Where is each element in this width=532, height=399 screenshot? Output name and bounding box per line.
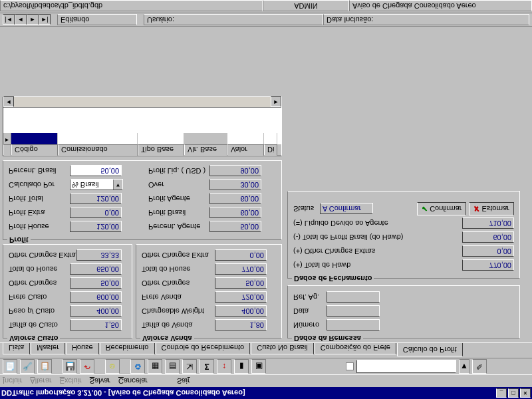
save-icon[interactable]: 💾 bbox=[63, 359, 77, 374]
tab-custo-brasil[interactable]: Custo No Brasil bbox=[251, 342, 313, 354]
toolbar-checkbox[interactable] bbox=[346, 362, 354, 370]
lbl-other-extras: (+) Other Charges Extras bbox=[293, 247, 400, 255]
col-di[interactable]: Di bbox=[264, 144, 277, 156]
close-button[interactable]: × bbox=[520, 388, 531, 398]
scroll-right-icon[interactable]: ► bbox=[271, 96, 281, 107]
menubar: IIncluirncluir Alterar Excluir Salvar Ca… bbox=[0, 375, 532, 387]
nav-first-icon[interactable]: |◄ bbox=[3, 15, 15, 25]
menu-cancelar[interactable]: Cancelar bbox=[118, 377, 148, 385]
tool-1[interactable]: 📄 bbox=[3, 359, 17, 374]
tab-house[interactable]: House bbox=[66, 342, 99, 354]
toolbar-dropdown-button[interactable]: ▼ bbox=[459, 359, 469, 374]
val-chg-weight: 400,00 bbox=[215, 306, 267, 317]
val-frete-custo: 600,00 bbox=[70, 292, 122, 303]
val-liquido: 710,00 bbox=[462, 218, 514, 229]
lbl-tot-hawb: (+) Total de Hawb bbox=[293, 261, 400, 269]
tool-3[interactable]: 📋 bbox=[37, 359, 52, 374]
confirmar-button[interactable]: ✔Confirmar bbox=[417, 202, 466, 215]
val-other-custo: 50,00 bbox=[70, 278, 122, 289]
col-tipo-base[interactable]: Tipo Base bbox=[138, 144, 184, 156]
lbl-status: Status bbox=[293, 205, 320, 213]
lbl-pct-brasil: Percent. Brasil bbox=[9, 167, 70, 175]
undo-icon[interactable]: ↶ bbox=[80, 359, 94, 374]
lbl-tot-pbr: (-) Total de Profit Brasil (do Hawb) bbox=[293, 233, 420, 241]
val-tot-hawb: 770,00 bbox=[462, 260, 514, 271]
lbl-numero: Número bbox=[293, 321, 327, 329]
status-path: c:/pysoft/ibdados/db_ibdtd.gdb bbox=[0, 1, 263, 12]
val-pct-brasil[interactable]: 50,00 bbox=[70, 166, 122, 177]
estornar-button[interactable]: ✘Estornar bbox=[469, 202, 514, 215]
grid-comissionado[interactable]: Código Comissionado Tipo Base Vlr. Base … bbox=[3, 96, 282, 156]
val-over: 30,00 bbox=[209, 180, 261, 191]
panel-profit: Tarifa de Custo1,50 Peso p/ Custo400,00 … bbox=[0, 37, 532, 343]
tab-composicao[interactable]: Composição do Frete bbox=[315, 342, 396, 354]
val-total-custo: 650,00 bbox=[70, 264, 122, 275]
lbl-other-venda: Other Charges bbox=[142, 279, 215, 287]
group-fechamento: (+) Total de Hawb770,00 (+) Other Charge… bbox=[287, 191, 520, 279]
minimize-button[interactable]: _ bbox=[496, 388, 507, 398]
tool-grid1[interactable]: ▦ bbox=[148, 359, 162, 374]
lbl-ref-ag: Ref. Ag. bbox=[293, 293, 327, 301]
lbl-tarifa-venda: Tarifa de Venda bbox=[142, 321, 215, 329]
lbl-total-custo: Total do House bbox=[9, 265, 70, 273]
group-custo: Tarifa de Custo1,50 Peso p/ Custo400,00 … bbox=[3, 244, 132, 338]
menu-salvar[interactable]: Salvar bbox=[90, 377, 110, 385]
lbl-total-venda: Total do House bbox=[142, 265, 215, 273]
tool-2[interactable]: 🔧 bbox=[20, 359, 35, 374]
tool-refresh[interactable]: ♻ bbox=[130, 359, 145, 374]
val-extra-custo: 33,33 bbox=[76, 250, 122, 261]
statusbar: |◄ ◄ ► ►| Editando Usuário: Data Inclusã… bbox=[0, 0, 532, 27]
tool-last[interactable]: ▣ bbox=[251, 359, 266, 374]
tab-lista[interactable]: Lista bbox=[3, 342, 30, 354]
status-user: ADMIN bbox=[263, 1, 349, 12]
menu-sair[interactable]: Sair bbox=[177, 377, 190, 385]
maximize-button[interactable]: □ bbox=[508, 388, 519, 398]
tool-smile[interactable]: ☺ bbox=[105, 359, 120, 374]
toolbar-input[interactable] bbox=[356, 360, 456, 373]
status-edit: Editando bbox=[57, 14, 137, 25]
tab-controle[interactable]: Controle do Recebimento bbox=[156, 342, 251, 354]
col-valor[interactable]: Valor bbox=[227, 144, 264, 156]
val-other-extras: 0,00 bbox=[462, 246, 514, 257]
chevron-down-icon[interactable]: ▼ bbox=[113, 180, 122, 190]
combo-calc-por[interactable]: % Brasil▼ bbox=[70, 180, 123, 191]
val-tarifa-venda: 1,80 bbox=[215, 320, 267, 331]
tab-recebimento[interactable]: Recebimento bbox=[100, 342, 155, 354]
tabstrip: Lista Master House Recebimento Controle … bbox=[0, 343, 532, 356]
status-data-incl: Data Inclusão: bbox=[323, 14, 529, 25]
tool-export[interactable]: ⇲ bbox=[182, 359, 197, 374]
nav-next-icon[interactable]: ► bbox=[27, 15, 39, 25]
row-pointer-icon: ▸ bbox=[3, 133, 11, 144]
tool-chart[interactable]: ▮ bbox=[234, 359, 249, 374]
nav-last-icon[interactable]: ►| bbox=[39, 15, 51, 25]
lbl-extra-venda: Other Charges Extra bbox=[142, 251, 215, 259]
val-profit-liq: 90,00 bbox=[209, 166, 261, 177]
titlebar: DDTraffic Importação 3.27.00 - [Aviso de… bbox=[0, 387, 532, 399]
scroll-left-icon[interactable]: ◄ bbox=[3, 96, 14, 107]
grid-hscroll[interactable]: ◄ ► bbox=[3, 97, 281, 108]
tab-calculo-profit[interactable]: Cálculo do Profit bbox=[397, 343, 463, 356]
val-ref-ag bbox=[327, 292, 380, 303]
menu-excluir: Excluir bbox=[60, 377, 82, 385]
group-profit: Profit House120,00 Profit Extra0,00 Prof… bbox=[3, 160, 282, 240]
col-comissionado[interactable]: Comissionado bbox=[58, 144, 138, 156]
app-title: DDTraffic Importação 3.27.00 - [Aviso de… bbox=[1, 389, 245, 397]
lbl-liquido: (=) Líquido Devido ao Agente bbox=[293, 219, 400, 227]
col-codigo[interactable]: Código bbox=[11, 144, 58, 156]
val-frete-venda: 720,00 bbox=[215, 292, 267, 303]
lbl-data: Data bbox=[293, 307, 327, 315]
val-tot-pbr: 60,00 bbox=[462, 232, 514, 243]
col-vlr-base[interactable]: Vlr. Base bbox=[184, 144, 227, 156]
lbl-profit-extra: Profit Extra bbox=[9, 209, 70, 217]
val-data bbox=[327, 306, 380, 317]
tool-sort[interactable]: ↕ bbox=[217, 359, 231, 374]
val-profit-brasil: 60,00 bbox=[209, 207, 261, 219]
toolbar-edit-icon[interactable]: ✎ bbox=[472, 359, 487, 374]
lbl-profit-brasil: Profit Brasil bbox=[148, 209, 209, 217]
lbl-over: Over bbox=[148, 181, 209, 189]
val-tarifa-custo: 1,50 bbox=[70, 320, 122, 331]
tool-grid2[interactable]: ▤ bbox=[165, 359, 180, 374]
nav-prev-icon[interactable]: ◄ bbox=[15, 15, 27, 25]
tab-master[interactable]: Master bbox=[31, 342, 65, 354]
tool-sigma[interactable]: Σ bbox=[200, 359, 214, 374]
